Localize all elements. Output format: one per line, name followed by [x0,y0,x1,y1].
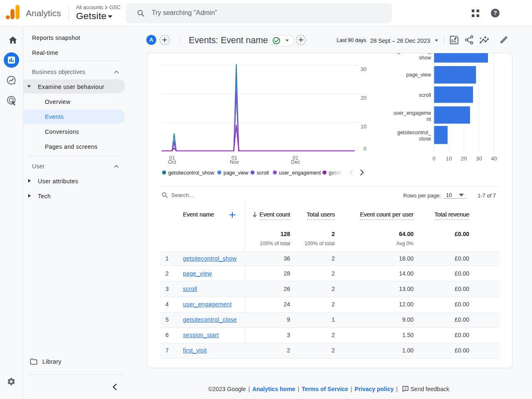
svg-text:0: 0 [364,145,367,152]
svg-text:Dec: Dec [291,159,300,165]
svg-text:user_engageme: user_engageme [394,110,431,116]
svg-text:10: 10 [446,155,452,162]
svg-text:20: 20 [461,155,467,162]
svg-text:close: close [419,136,431,142]
svg-text:30: 30 [476,155,482,162]
svg-text:page_view: page_view [406,72,431,78]
svg-text:getsitecontrol_show: getsitecontrol_show [168,170,214,176]
svg-text:Oct: Oct [168,159,176,165]
svg-text:0: 0 [432,155,435,162]
svg-text:10: 10 [361,123,367,130]
svg-text:20: 20 [361,95,367,101]
svg-text:40: 40 [491,155,497,162]
svg-text:30: 30 [361,66,367,72]
svg-text:scroll: scroll [419,92,431,98]
svg-text:page_view: page_view [224,170,249,176]
svg-text:nt: nt [427,116,431,122]
svg-text:scroll: scroll [257,170,269,176]
svg-text:Nov: Nov [230,159,239,165]
svg-text:getsitecontrol_: getsitecontrol_ [397,53,431,54]
svg-text:user_engagement: user_engagement [279,170,321,176]
svg-text:getsitecontrol_: getsitecontrol_ [397,130,431,135]
svg-text:show: show [419,55,431,61]
